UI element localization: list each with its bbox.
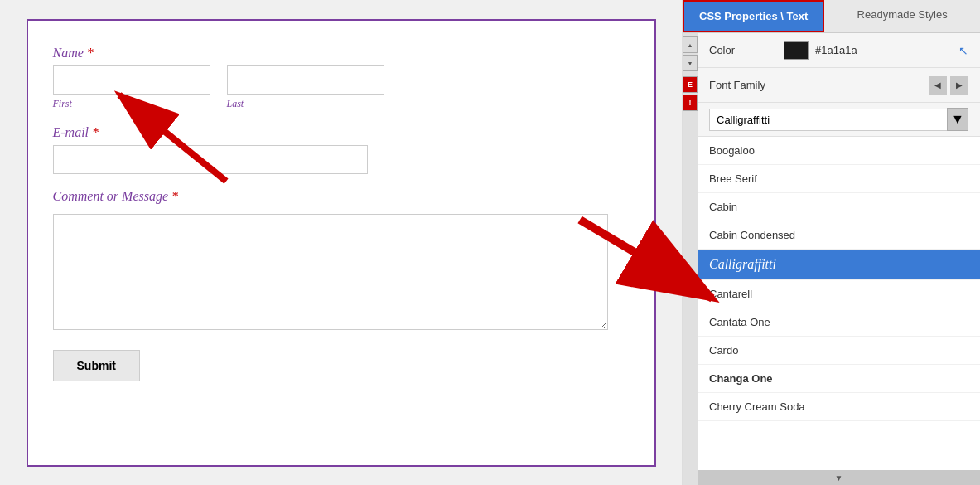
message-textarea[interactable] — [53, 214, 608, 330]
font-item-calligraffitti[interactable]: Calligraffitti — [698, 250, 980, 280]
properties-content: ▲ ▼ E ! Color #1a1a1a ↖ Font Family ◀ — [683, 33, 980, 485]
font-item-bree-serif[interactable]: Bree Serif — [698, 165, 980, 193]
color-reset-icon[interactable]: ↖ — [958, 44, 968, 57]
color-label: Color — [709, 44, 784, 56]
email-section: E-mail * — [53, 125, 630, 174]
submit-button[interactable]: Submit — [53, 350, 140, 381]
message-section: Comment or Message * — [53, 189, 630, 333]
message-label: Comment or Message * — [53, 189, 630, 204]
font-dropdown-row: Calligraffitti ▼ — [698, 103, 980, 137]
color-row: Color #1a1a1a ↖ — [698, 33, 980, 68]
side-btn-error2[interactable]: ! — [683, 95, 698, 111]
email-input[interactable] — [53, 145, 368, 174]
first-name-field: First — [53, 65, 210, 110]
font-prev-btn[interactable]: ◀ — [929, 76, 947, 95]
tab-readymade-styles[interactable]: Readymade Styles — [824, 0, 980, 32]
font-item-cabin-condensed[interactable]: Cabin Condensed — [698, 221, 980, 250]
tabs-bar: CSS Properties \ Text Readymade Styles — [683, 0, 980, 33]
last-name-field: Last — [227, 65, 384, 110]
side-toolbar: ▲ ▼ E ! — [683, 33, 698, 485]
email-label: E-mail * — [53, 125, 630, 140]
color-swatch[interactable] — [784, 41, 809, 60]
first-label: First — [53, 98, 210, 110]
font-item-cardo[interactable]: Cardo — [698, 337, 980, 365]
first-name-input[interactable] — [53, 65, 210, 95]
form-container: Name * First Last E-mail * — [27, 19, 656, 467]
font-family-label: Font Family — [709, 79, 925, 91]
font-item-boogaloo[interactable]: Boogaloo — [698, 137, 980, 165]
font-family-select[interactable]: Calligraffitti — [709, 109, 948, 131]
side-btn-2[interactable]: ▼ — [683, 55, 698, 71]
name-section: Name * First Last — [53, 46, 630, 110]
dropdown-arrow[interactable]: ▼ — [947, 108, 968, 131]
font-item-cherry-cream-soda[interactable]: Cherry Cream Soda — [698, 393, 980, 421]
scroll-down-btn[interactable]: ▼ — [698, 470, 980, 485]
last-label: Last — [227, 98, 384, 110]
last-name-input[interactable] — [227, 65, 384, 95]
name-row: First Last — [53, 65, 630, 110]
form-panel: Name * First Last E-mail * — [0, 0, 682, 485]
side-btn-error[interactable]: E — [683, 76, 698, 93]
font-list[interactable]: Boogaloo Bree Serif Cabin Cabin Condense… — [698, 137, 980, 470]
side-btn-1[interactable]: ▲ — [683, 36, 698, 53]
font-item-cantarell[interactable]: Cantarell — [698, 280, 980, 308]
tab-css-properties[interactable]: CSS Properties \ Text — [683, 0, 824, 32]
font-next-btn[interactable]: ▶ — [950, 76, 968, 95]
color-value: #1a1a1a — [815, 44, 857, 56]
font-item-changa-one[interactable]: Changa One — [698, 365, 980, 393]
font-family-row: Font Family ◀ ▶ — [698, 68, 980, 103]
font-item-cabin[interactable]: Cabin — [698, 193, 980, 221]
font-item-cantata-one[interactable]: Cantata One — [698, 308, 980, 337]
name-label: Name * — [53, 46, 630, 61]
css-properties-panel: CSS Properties \ Text Readymade Styles ▲… — [682, 0, 980, 485]
